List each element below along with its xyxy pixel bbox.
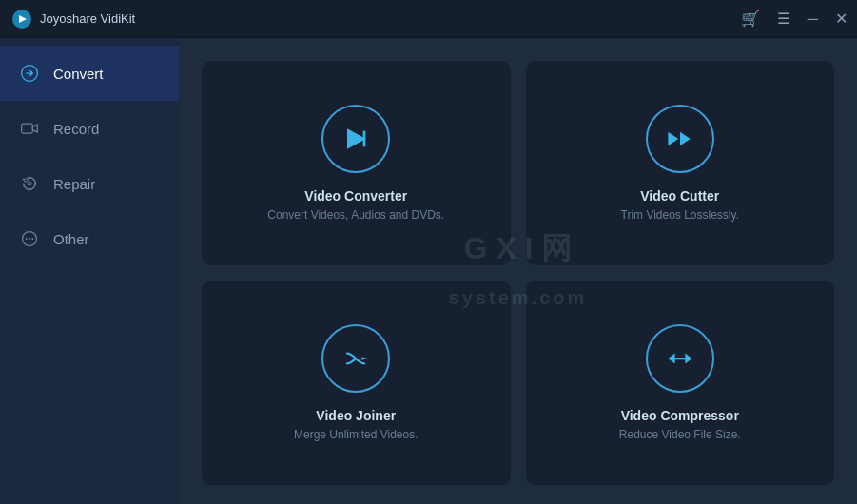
svg-point-5 [26, 238, 28, 240]
close-button[interactable]: ✕ [835, 11, 847, 27]
card-video-compressor[interactable]: Video Compressor Reduce Video File Size. [526, 281, 835, 485]
svg-marker-11 [680, 132, 691, 145]
main-layout: Convert Record Repair [0, 38, 857, 504]
sidebar-label-other: Other [53, 231, 89, 247]
menu-button[interactable]: ☰ [777, 11, 790, 27]
app-logo [11, 9, 32, 29]
sidebar-item-record[interactable]: Record [0, 101, 179, 156]
video-compressor-title: Video Compressor [621, 408, 739, 423]
svg-point-3 [28, 182, 31, 185]
sidebar-label-convert: Convert [53, 66, 104, 82]
video-converter-icon-circle [321, 105, 390, 173]
sidebar-item-other[interactable]: Other [0, 211, 179, 266]
sidebar-label-record: Record [53, 121, 99, 137]
content-area: G X I 网system.com Video Converter Conver… [179, 38, 857, 504]
video-converter-title: Video Converter [304, 188, 407, 204]
video-converter-subtitle: Convert Videos, Audios and DVDs. [267, 208, 444, 222]
video-compressor-icon [663, 341, 697, 376]
svg-marker-12 [362, 357, 368, 360]
convert-icon [19, 63, 40, 84]
title-bar-controls: 🛒 ☰ ─ ✕ [741, 11, 847, 27]
svg-point-6 [29, 238, 30, 240]
other-icon [19, 228, 40, 249]
video-cutter-subtitle: Trim Videos Losslessly. [621, 208, 739, 222]
sidebar: Convert Record Repair [0, 38, 179, 504]
video-compressor-icon-circle [646, 324, 714, 393]
sidebar-item-convert[interactable]: Convert [0, 46, 179, 101]
minimize-button[interactable]: ─ [808, 11, 818, 27]
video-converter-icon [339, 122, 373, 156]
svg-marker-10 [668, 132, 678, 145]
video-joiner-icon-circle [321, 324, 390, 393]
card-video-cutter[interactable]: Video Cutter Trim Videos Losslessly. [526, 61, 835, 265]
title-bar: Joyoshare VidiKit 🛒 ☰ ─ ✕ [0, 0, 857, 38]
card-video-converter[interactable]: Video Converter Convert Videos, Audios a… [202, 61, 511, 265]
sidebar-label-repair: Repair [53, 176, 95, 192]
video-compressor-subtitle: Reduce Video File Size. [619, 428, 741, 441]
record-icon [19, 118, 40, 139]
repair-icon [19, 173, 40, 194]
video-joiner-subtitle: Merge Unlimited Videos. [294, 428, 419, 441]
video-cutter-icon [663, 122, 697, 156]
title-bar-left: Joyoshare VidiKit [11, 9, 135, 29]
video-joiner-icon [339, 341, 373, 376]
svg-rect-2 [22, 124, 33, 133]
sidebar-item-repair[interactable]: Repair [0, 156, 179, 211]
video-cutter-icon-circle [646, 105, 714, 173]
app-title: Joyoshare VidiKit [40, 11, 135, 26]
video-cutter-title: Video Cutter [640, 188, 719, 204]
svg-point-7 [31, 238, 33, 240]
card-video-joiner[interactable]: Video Joiner Merge Unlimited Videos. [202, 281, 511, 485]
cart-button[interactable]: 🛒 [741, 11, 760, 27]
video-joiner-title: Video Joiner [316, 408, 396, 423]
